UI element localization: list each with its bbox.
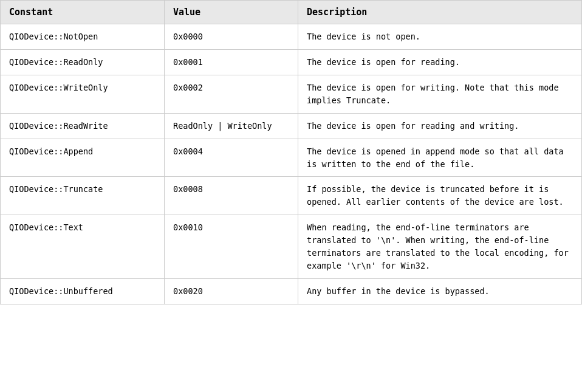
header-value: Value (165, 1, 298, 24)
cell-description: The device is open for writing. Note tha… (298, 75, 582, 113)
cell-description: The device is open for reading and writi… (298, 113, 582, 139)
header-description: Description (298, 1, 582, 24)
cell-description: If possible, the device is truncated bef… (298, 177, 582, 215)
table-row: QIODevice::Text0x0010When reading, the e… (1, 215, 582, 279)
table-row: QIODevice::Unbuffered0x0020Any buffer in… (1, 278, 582, 304)
cell-constant: QIODevice::WriteOnly (1, 75, 165, 113)
cell-value: 0x0000 (165, 24, 298, 50)
table-row: QIODevice::ReadWriteReadOnly | WriteOnly… (1, 113, 582, 139)
cell-constant: QIODevice::Append (1, 139, 165, 177)
cell-constant: QIODevice::ReadOnly (1, 49, 165, 75)
table-row: QIODevice::ReadOnly0x0001The device is o… (1, 49, 582, 75)
table-row: QIODevice::WriteOnly0x0002The device is … (1, 75, 582, 113)
table-row: QIODevice::Truncate0x0008If possible, th… (1, 177, 582, 215)
table-header-row: Constant Value Description (1, 1, 582, 24)
cell-constant: QIODevice::ReadWrite (1, 113, 165, 139)
cell-constant: QIODevice::Unbuffered (1, 278, 165, 304)
cell-description: Any buffer in the device is bypassed. (298, 278, 582, 304)
table-row: QIODevice::Append0x0004The device is ope… (1, 139, 582, 177)
cell-description: The device is open for reading. (298, 49, 582, 75)
constants-table: Constant Value Description QIODevice::No… (0, 0, 582, 304)
header-constant: Constant (1, 1, 165, 24)
cell-constant: QIODevice::NotOpen (1, 24, 165, 50)
cell-value: 0x0001 (165, 49, 298, 75)
cell-description: The device is opened in append mode so t… (298, 139, 582, 177)
table-row: QIODevice::NotOpen0x0000The device is no… (1, 24, 582, 50)
cell-value: 0x0008 (165, 177, 298, 215)
cell-value: 0x0020 (165, 278, 298, 304)
cell-value: 0x0004 (165, 139, 298, 177)
cell-value: 0x0010 (165, 215, 298, 279)
cell-description: The device is not open. (298, 24, 582, 50)
cell-value: 0x0002 (165, 75, 298, 113)
cell-description: When reading, the end-of-line terminator… (298, 215, 582, 279)
cell-constant: QIODevice::Text (1, 215, 165, 279)
main-table-container: Constant Value Description QIODevice::No… (0, 0, 582, 304)
cell-value: ReadOnly | WriteOnly (165, 113, 298, 139)
cell-constant: QIODevice::Truncate (1, 177, 165, 215)
